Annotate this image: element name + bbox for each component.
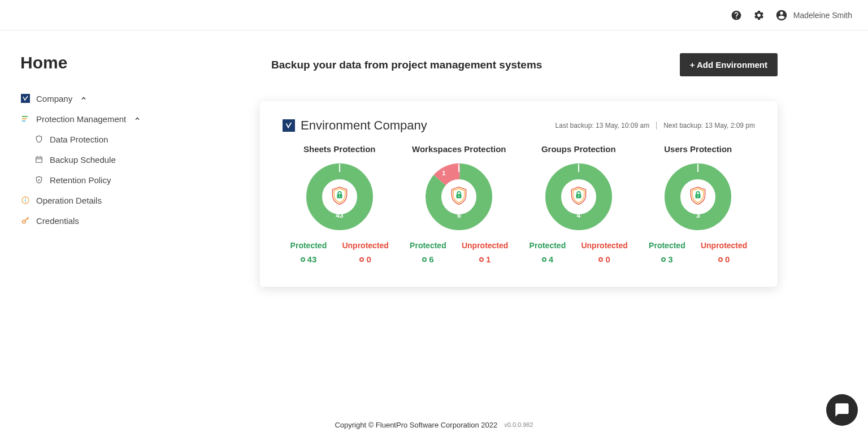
protected-value: 4: [530, 254, 566, 264]
company-icon: [20, 93, 31, 103]
protected-label: Protected: [530, 241, 566, 250]
svg-rect-3: [22, 120, 25, 122]
info-icon: [20, 195, 31, 205]
donut-total-count: 43: [336, 211, 343, 219]
svg-point-20: [458, 196, 459, 197]
svg-rect-4: [36, 157, 42, 162]
shield-lock-icon: [449, 185, 469, 208]
protected-label: Protected: [290, 241, 327, 250]
donut-chart[interactable]: 4: [545, 163, 613, 231]
svg-rect-0: [21, 94, 30, 103]
protected-value: 3: [649, 254, 685, 264]
environment-card: Environment Company Last backup: 13 May,…: [260, 101, 778, 287]
donut-chart[interactable]: 6 1: [425, 163, 493, 231]
donut-total-count: 6: [457, 211, 461, 219]
chat-icon: [834, 402, 850, 418]
shield-lock-icon: [688, 185, 708, 208]
chat-launcher[interactable]: [826, 394, 858, 426]
unprotected-label: Unprotected: [342, 241, 388, 250]
unprotected-value: 0: [701, 254, 747, 264]
nav-retention-policy[interactable]: Retention Policy: [20, 170, 228, 190]
help-icon[interactable]: [730, 9, 743, 21]
unprotected-value: 1: [462, 254, 508, 264]
shield-lock-icon: [329, 185, 350, 208]
chevron-up-icon: [80, 94, 87, 103]
nav-data-protection[interactable]: Data Protection: [20, 129, 228, 149]
smartsheet-icon: [283, 119, 295, 132]
chart-block: Workspaces Protection 6 1 Prot: [402, 144, 517, 264]
user-name: Madeleine Smith: [793, 11, 852, 20]
chart-title: Sheets Protection: [283, 144, 397, 154]
svg-rect-9: [25, 200, 25, 202]
shield-lock-icon: [568, 185, 589, 208]
nav-backup-schedule[interactable]: Backup Schedule: [20, 149, 228, 170]
protected-value: 43: [290, 254, 327, 264]
chart-block: Groups Protection 4 Protected: [522, 144, 636, 264]
shield-icon: [34, 134, 44, 144]
chart-block: Sheets Protection 43 Protecte: [283, 144, 397, 264]
donut-total-count: 4: [576, 211, 580, 219]
svg-rect-2: [22, 118, 27, 119]
calendar-icon: [34, 154, 44, 165]
chevron-up-icon: [134, 114, 141, 124]
donut-total-count: 3: [696, 211, 700, 219]
top-header: Madeleine Smith: [0, 0, 868, 31]
sidebar: Home Company Protection Management: [0, 31, 249, 413]
list-icon: [20, 114, 31, 124]
donut-unprotected-count: 1: [442, 170, 445, 176]
main-heading: Backup your data from project management…: [271, 59, 542, 71]
retention-icon: [34, 175, 44, 185]
svg-rect-1: [22, 116, 28, 117]
svg-point-11: [23, 220, 25, 223]
protected-value: 6: [410, 254, 446, 264]
main-content: Backup your data from project management…: [249, 31, 868, 413]
key-icon: [20, 215, 31, 226]
nav-credentials[interactable]: Credentials: [20, 210, 228, 231]
next-backup: Next backup: 13 May, 2:09 pm: [663, 122, 755, 129]
version: v0.0.0.982: [504, 421, 533, 428]
donut-chart[interactable]: 3: [664, 163, 732, 231]
svg-point-28: [697, 196, 698, 197]
gear-icon[interactable]: [753, 9, 765, 21]
svg-point-15: [339, 196, 340, 197]
user-icon: [775, 9, 788, 21]
unprotected-label: Unprotected: [701, 241, 747, 250]
add-environment-button[interactable]: + Add Environment: [680, 53, 778, 76]
user-menu[interactable]: Madeleine Smith: [775, 9, 852, 21]
nav-protection-management[interactable]: Protection Management: [20, 109, 228, 129]
page-title: Home: [20, 53, 228, 72]
chart-title: Groups Protection: [522, 144, 636, 154]
last-backup: Last backup: 13 May, 10:09 am: [555, 122, 650, 129]
unprotected-value: 0: [342, 254, 388, 264]
protected-label: Protected: [410, 241, 446, 250]
chart-title: Workspaces Protection: [402, 144, 517, 154]
unprotected-value: 0: [581, 254, 627, 264]
unprotected-label: Unprotected: [581, 241, 627, 250]
nav-company[interactable]: Company: [20, 88, 228, 109]
chart-block: Users Protection 3 Protected: [641, 144, 756, 264]
donut-chart[interactable]: 43: [306, 163, 374, 231]
unprotected-label: Unprotected: [462, 241, 508, 250]
backup-info: Last backup: 13 May, 10:09 am Next backu…: [555, 122, 755, 129]
svg-point-24: [578, 196, 579, 197]
environment-title: Environment Company: [283, 118, 427, 133]
copyright: Copyright © FluentPro Software Corporati…: [335, 421, 497, 429]
footer: Copyright © FluentPro Software Corporati…: [0, 413, 868, 436]
chart-title: Users Protection: [641, 144, 756, 154]
nav-operation-details[interactable]: Operation Details: [20, 190, 228, 210]
svg-rect-10: [25, 198, 25, 198]
protected-label: Protected: [649, 241, 685, 250]
